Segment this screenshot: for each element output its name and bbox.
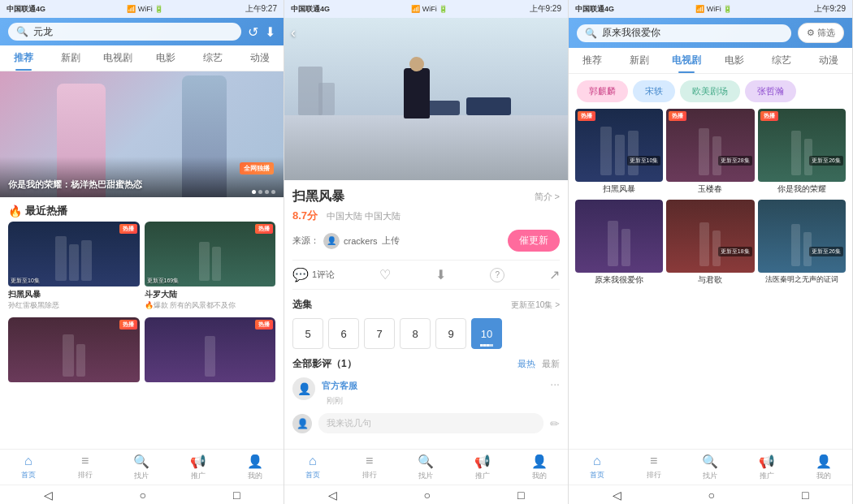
poster-loveyou[interactable]: 原来我很爱你 bbox=[575, 200, 663, 287]
action-share[interactable]: ↗ bbox=[549, 267, 560, 282]
episode-section: 选集 更新至10集 > 5 6 7 8 9 10 bbox=[292, 298, 560, 349]
nav-rank-1[interactable]: ≡ 排行 bbox=[57, 454, 114, 481]
nav-find-3[interactable]: 🔍 找片 bbox=[682, 454, 739, 481]
nav-home-1[interactable]: ⌂ 首页 bbox=[0, 454, 57, 481]
tag-zhangzhehan[interactable]: 张哲瀚 bbox=[745, 80, 796, 102]
nav-mine-2[interactable]: 👤 我的 bbox=[511, 454, 568, 481]
video-player[interactable] bbox=[284, 18, 568, 180]
ep-7[interactable]: 7 bbox=[364, 318, 395, 349]
tab-tv-3[interactable]: 电视剧 bbox=[663, 48, 710, 73]
sort-new[interactable]: 最新 bbox=[542, 358, 560, 370]
tab-newdrama-3[interactable]: 新剧 bbox=[616, 48, 663, 73]
card-sweeping-1[interactable]: 热播 更新至10集 扫黑风暴 孙红雷极黑除恶 bbox=[8, 222, 140, 311]
source-row: 来源： 👤 crackers 上传 催更新 bbox=[292, 230, 560, 252]
update-card2: 更新至169集 bbox=[147, 277, 180, 285]
tab-recommend-1[interactable]: 推荐 bbox=[0, 45, 47, 71]
tab-movie-1[interactable]: 电影 bbox=[142, 45, 189, 71]
ep-10[interactable]: 10 bbox=[471, 318, 502, 349]
search-input-3[interactable] bbox=[602, 28, 783, 39]
hero-banner-1[interactable]: 全网独播 你是我的荣耀：杨洋热巴甜蜜热恋 bbox=[0, 71, 284, 197]
tag-songyi[interactable]: 宋轶 bbox=[633, 80, 675, 102]
tag-guoqilin[interactable]: 郭麒麟 bbox=[577, 80, 628, 102]
filter-icon: ⚙ bbox=[807, 28, 815, 38]
ep-9[interactable]: 9 bbox=[435, 318, 466, 349]
action-help[interactable]: ? bbox=[490, 268, 504, 282]
tag-oumei[interactable]: 欧美剧场 bbox=[680, 80, 740, 102]
comment-input[interactable]: 我来说几句 bbox=[318, 413, 543, 433]
bottom-nav-3: ⌂ 首页 ≡ 排行 🔍 找片 📢 推广 👤 我的 bbox=[569, 449, 852, 485]
hero-title-1: 你是我的荣耀：杨洋热巴甜蜜热恋 bbox=[8, 179, 142, 191]
nav-rank-3[interactable]: ≡ 排行 bbox=[626, 454, 682, 481]
nav-find-1[interactable]: 🔍 找片 bbox=[114, 454, 171, 481]
edit-icon[interactable]: ✏ bbox=[550, 417, 560, 430]
poster-glory[interactable]: 热播 更新至26集 你是我的荣耀 bbox=[758, 109, 846, 196]
search-box-1[interactable]: 🔍 bbox=[8, 23, 241, 41]
card-douluodalu-1[interactable]: 热播 更新至169集 斗罗大陆 🔥爆款 所有的风景都不及你 bbox=[145, 222, 276, 311]
nav-mine-1[interactable]: 👤 我的 bbox=[227, 454, 284, 481]
tab-recommend-3[interactable]: 推荐 bbox=[569, 48, 616, 73]
time-1: 上午9:27 bbox=[245, 3, 277, 15]
search-input-1[interactable] bbox=[33, 26, 233, 37]
action-download[interactable]: ⬇ bbox=[435, 267, 446, 282]
tab-variety-3[interactable]: 综艺 bbox=[758, 48, 805, 73]
tab-newdrama-1[interactable]: 新剧 bbox=[47, 45, 94, 71]
nav-promote-1[interactable]: 📢 推广 bbox=[170, 454, 227, 481]
action-row: 💬 1评论 ♡ ⬇ ? ↗ bbox=[292, 260, 560, 290]
home-sys-1[interactable]: ○ bbox=[140, 489, 146, 502]
source-upload: 上传 bbox=[382, 235, 400, 247]
card-desc-1: 孙红雷极黑除恶 bbox=[8, 300, 140, 311]
nav-rank-2[interactable]: ≡ 排行 bbox=[341, 454, 398, 481]
comment-more-1[interactable]: ··· bbox=[550, 377, 560, 390]
tab-variety-1[interactable]: 综艺 bbox=[189, 45, 236, 71]
nav-promote-2[interactable]: 📢 推广 bbox=[454, 454, 511, 481]
search-actions-1: ↺ ⬇ bbox=[248, 24, 275, 40]
back-button[interactable]: ‹ bbox=[291, 24, 296, 41]
tab-movie-3[interactable]: 电影 bbox=[711, 48, 758, 73]
back-sys-3[interactable]: ◁ bbox=[613, 489, 621, 502]
download-icon-1[interactable]: ⬇ bbox=[265, 24, 275, 40]
intro-button[interactable]: 简介 > bbox=[535, 191, 560, 203]
back-sys-1[interactable]: ◁ bbox=[44, 489, 53, 502]
poster-forensic[interactable]: 更新至26集 法医秦明之无声的证词 bbox=[758, 200, 846, 287]
tab-tv-1[interactable]: 电视剧 bbox=[94, 45, 141, 71]
recents-sys-2[interactable]: □ bbox=[517, 489, 524, 502]
tab-anime-3[interactable]: 动漫 bbox=[805, 48, 852, 73]
tab-anime-1[interactable]: 动漫 bbox=[236, 45, 284, 71]
back-sys-2[interactable]: ◁ bbox=[328, 489, 337, 502]
ep-8[interactable]: 8 bbox=[400, 318, 431, 349]
poster-yulounchun[interactable]: 热播 更新至28集 玉楼春 bbox=[666, 109, 754, 196]
poster-title-2: 玉楼春 bbox=[666, 182, 754, 196]
ep-5[interactable]: 5 bbox=[292, 318, 323, 349]
update-button[interactable]: 催更新 bbox=[508, 230, 560, 252]
nav-home-3[interactable]: ⌂ 首页 bbox=[569, 454, 626, 481]
poster-withyou[interactable]: 更新至18集 与君歌 bbox=[666, 200, 754, 287]
nav-find-2[interactable]: 🔍 找片 bbox=[398, 454, 455, 481]
card-title-1: 扫黑风暴 bbox=[8, 289, 140, 300]
history-icon-1[interactable]: ↺ bbox=[248, 24, 258, 40]
home-icon-1: ⌂ bbox=[24, 454, 32, 468]
ep-6[interactable]: 6 bbox=[328, 318, 359, 349]
comment-icon: 💬 bbox=[292, 267, 309, 282]
nav-rank-label-1: 排行 bbox=[78, 470, 93, 480]
recents-sys-3[interactable]: □ bbox=[802, 489, 808, 502]
nav-mine-3[interactable]: 👤 我的 bbox=[795, 454, 852, 481]
nav-find-label-1: 找片 bbox=[134, 471, 149, 481]
nav-mine-label-3: 我的 bbox=[816, 471, 831, 481]
nav-home-2[interactable]: ⌂ 首页 bbox=[284, 454, 341, 481]
poster-sweeping[interactable]: 热播 更新至10集 扫黑风暴 bbox=[575, 109, 663, 196]
home-sys-2[interactable]: ○ bbox=[424, 489, 431, 502]
recents-sys-1[interactable]: □ bbox=[233, 489, 240, 502]
search-icon-1: 🔍 bbox=[16, 26, 28, 37]
home-sys-3[interactable]: ○ bbox=[708, 489, 715, 502]
action-comment[interactable]: 💬 1评论 bbox=[292, 267, 335, 282]
update-p1: 更新至10集 bbox=[627, 156, 661, 166]
card-4[interactable]: 热播 bbox=[145, 317, 276, 385]
action-like[interactable]: ♡ bbox=[379, 267, 391, 282]
poster-grid: 热播 更新至10集 扫黑风暴 热播 更新至28集 玉楼 bbox=[569, 109, 852, 287]
filter-button[interactable]: ⚙ 筛选 bbox=[798, 23, 844, 43]
sort-hot[interactable]: 最热 bbox=[517, 358, 535, 370]
search-box-3[interactable]: 🔍 bbox=[577, 24, 791, 42]
nav-promote-3[interactable]: 📢 推广 bbox=[738, 454, 795, 481]
find-icon-1: 🔍 bbox=[133, 454, 149, 469]
card-3[interactable]: 热播 bbox=[8, 317, 140, 385]
